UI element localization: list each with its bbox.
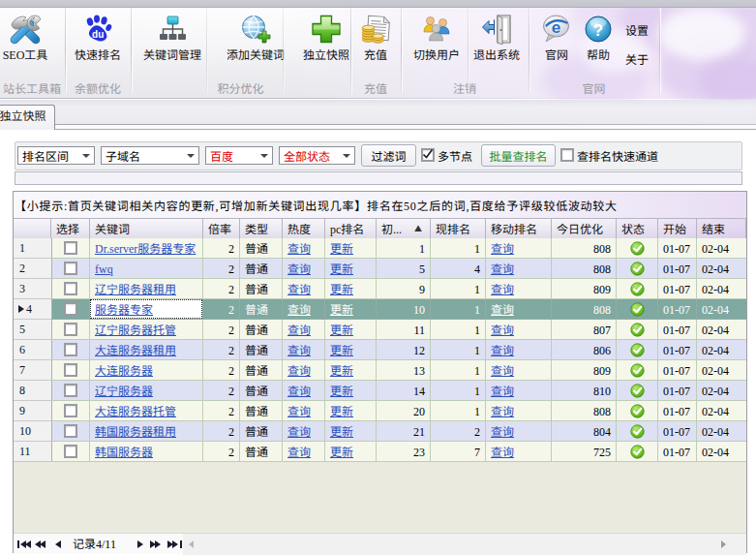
svg-text:?: ?: [593, 21, 603, 40]
svg-text:du: du: [92, 29, 104, 40]
